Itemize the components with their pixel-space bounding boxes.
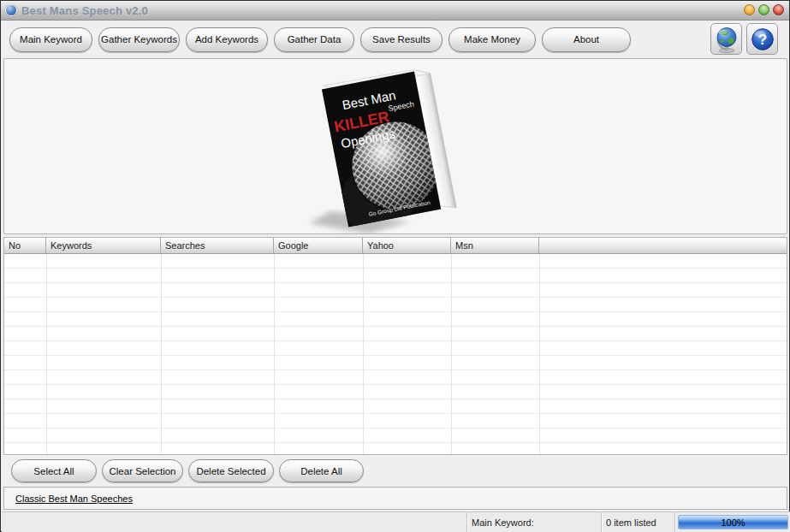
table-column-divider [363, 254, 364, 454]
toolbar: Main Keyword Gather Keywords Add Keyword… [2, 21, 788, 57]
cover-image-panel: Best Man Speech KILLER Openings Go Group… [3, 58, 787, 234]
table-row[interactable] [4, 414, 787, 429]
table-row[interactable] [4, 443, 787, 454]
table-row[interactable] [4, 399, 787, 414]
main-keyword-label: Main Keyword: [472, 517, 534, 528]
app-window: Best Mans Speech v2.0 Main Keyword Gathe… [0, 0, 790, 532]
window-title: Best Mans Speech v2.0 [21, 4, 148, 17]
column-header-no[interactable]: No [4, 238, 46, 254]
status-panel-empty [2, 512, 467, 532]
window-controls [744, 4, 784, 15]
app-icon [5, 4, 17, 16]
link-panel: Classic Best Man Speeches [3, 487, 787, 510]
column-header-searches[interactable]: Searches [161, 238, 274, 254]
table-row[interactable] [4, 269, 787, 283]
about-button[interactable]: About [542, 27, 631, 52]
column-header-google[interactable]: Google [274, 238, 363, 254]
maximize-button[interactable] [758, 4, 769, 15]
toolbar-icon-buttons: ? [710, 23, 778, 55]
column-header-keywords[interactable]: Keywords [46, 238, 161, 254]
status-main-keyword: Main Keyword: [467, 512, 602, 532]
status-items-listed: 0 item listed [602, 512, 675, 532]
main-keyword-button[interactable]: Main Keyword [9, 27, 92, 52]
table-column-divider [539, 254, 540, 454]
items-listed-text: 0 item listed [606, 517, 656, 528]
close-button[interactable] [773, 4, 784, 15]
column-header-msn[interactable]: Msn [451, 238, 539, 254]
make-money-button[interactable]: Make Money [448, 27, 536, 52]
select-all-button[interactable]: Select All [11, 459, 97, 482]
help-button[interactable]: ? [746, 23, 778, 55]
table-row[interactable] [4, 254, 787, 269]
table-row[interactable] [4, 298, 787, 312]
desk-globe-icon [715, 26, 739, 53]
table-column-divider [161, 254, 162, 454]
delete-selected-button[interactable]: Delete Selected [188, 459, 274, 482]
table-row[interactable] [4, 385, 787, 399]
column-header-yahoo[interactable]: Yahoo [363, 238, 451, 254]
minimize-button[interactable] [744, 4, 755, 15]
clear-selection-button[interactable]: Clear Selection [102, 459, 183, 482]
web-globe-button[interactable] [710, 23, 742, 55]
keywords-table: No Keywords Searches Google Yahoo Msn [3, 237, 787, 455]
table-row[interactable] [4, 283, 787, 298]
titlebar[interactable]: Best Mans Speech v2.0 [1, 1, 789, 21]
action-button-bar: Select All Clear Selection Delete Select… [2, 456, 788, 486]
ebook-cover-image: Best Man Speech KILLER Openings Go Group… [307, 66, 487, 233]
column-header-filler [539, 238, 787, 254]
table-row[interactable] [4, 327, 787, 341]
table-body[interactable] [4, 254, 787, 454]
table-header: No Keywords Searches Google Yahoo Msn [4, 238, 787, 254]
table-column-divider [451, 254, 452, 454]
progress-label: 100% [679, 517, 787, 528]
svg-text:?: ? [757, 32, 766, 48]
table-column-divider [46, 254, 47, 454]
classic-best-man-speeches-link[interactable]: Classic Best Man Speeches [15, 494, 133, 504]
status-bar: Main Keyword: 0 item listed 100% [2, 511, 790, 532]
add-keywords-button[interactable]: Add Keywords [186, 27, 268, 52]
save-results-button[interactable]: Save Results [360, 27, 443, 52]
question-mark-icon: ? [751, 27, 775, 51]
table-row[interactable] [4, 341, 787, 356]
progress-bar: 100% [678, 515, 788, 529]
gather-data-button[interactable]: Gather Data [274, 27, 354, 52]
table-row[interactable] [4, 429, 787, 443]
gather-keywords-button[interactable]: Gather Keywords [98, 27, 180, 52]
table-row[interactable] [4, 356, 787, 370]
table-row[interactable] [4, 370, 787, 385]
table-row[interactable] [4, 312, 787, 327]
table-column-divider [274, 254, 275, 454]
delete-all-button[interactable]: Delete All [279, 459, 364, 482]
status-progress-panel: 100% [675, 512, 790, 532]
